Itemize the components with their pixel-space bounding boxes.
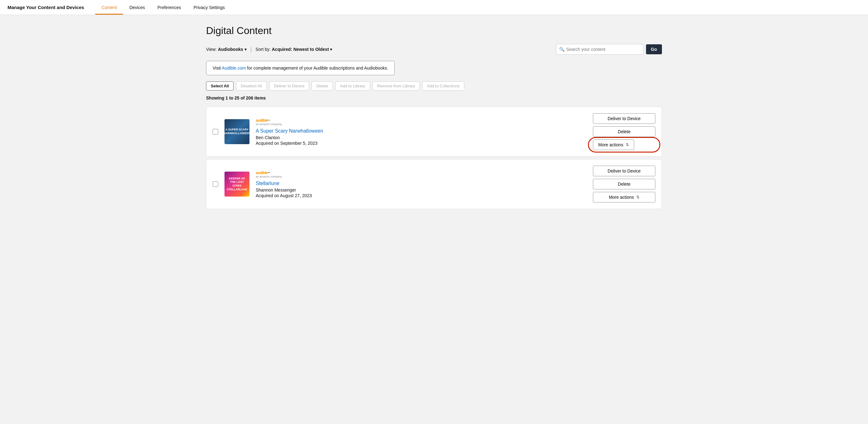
item-info-2: audible~ an amazon company Stellarlune S… bbox=[256, 170, 593, 198]
delete-bulk-button[interactable]: Delete bbox=[312, 81, 333, 91]
item-title-1[interactable]: A Super Scary Narwhalloween bbox=[256, 128, 593, 134]
item-checkbox-1[interactable] bbox=[213, 129, 218, 134]
bulk-actions: Select All Deselect All Deliver to Devic… bbox=[206, 81, 662, 91]
nav-tab-privacy[interactable]: Privacy Settings bbox=[187, 0, 231, 15]
page-title: Digital Content bbox=[206, 25, 662, 36]
deliver-to-device-bulk-button[interactable]: Deliver to Device bbox=[269, 81, 309, 91]
table-row: A SUPER SCARY NARWHALLOWEEN audible~ an … bbox=[206, 107, 662, 157]
audible-logo-2: audible~ an amazon company bbox=[256, 170, 593, 178]
sort-filter[interactable]: Sort by: Acquired: Newest to Oldest ▾ bbox=[255, 47, 332, 52]
filter-divider: | bbox=[250, 46, 252, 53]
remove-from-library-button[interactable]: Remove from Library bbox=[372, 81, 420, 91]
deselect-all-button[interactable]: Deselect All bbox=[236, 81, 267, 91]
audible-link[interactable]: Audible.com bbox=[222, 66, 246, 70]
delete-button-2[interactable]: Delete bbox=[593, 179, 655, 189]
filter-row: View: Audiobooks ▾ | Sort by: Acquired: … bbox=[206, 44, 662, 55]
search-input-wrapper: 🔍 bbox=[556, 44, 644, 55]
more-actions-button-2[interactable]: More actions ⇅ bbox=[593, 192, 655, 202]
add-to-library-button[interactable]: Add to Library bbox=[335, 81, 370, 91]
chevron-updown-icon: ⇅ bbox=[626, 142, 629, 147]
item-info-1: audible~ an amazon company A Super Scary… bbox=[256, 118, 593, 146]
more-actions-highlight: More actions ⇅ bbox=[593, 139, 655, 150]
top-nav: Manage Your Content and Devices Content … bbox=[0, 0, 868, 15]
main-content: Digital Content View: Audiobooks ▾ | Sor… bbox=[194, 15, 674, 222]
more-actions-button-1[interactable]: More actions ⇅ bbox=[593, 139, 634, 150]
item-actions-1: Deliver to Device Delete More actions ⇅ bbox=[593, 113, 655, 150]
item-checkbox-2[interactable] bbox=[213, 181, 218, 187]
search-icon: 🔍 bbox=[559, 47, 564, 52]
showing-text: Showing 1 to 25 of 206 items bbox=[206, 95, 662, 100]
nav-brand: Manage Your Content and Devices bbox=[7, 5, 84, 10]
add-to-collections-button[interactable]: Add to Collections bbox=[422, 81, 464, 91]
nav-tab-preferences[interactable]: Preferences bbox=[151, 0, 187, 15]
item-acquired-1: Acquired on September 5, 2023 bbox=[256, 141, 593, 146]
item-author-1: Ben Clanton bbox=[256, 135, 593, 140]
item-author-2: Shannon Messenger bbox=[256, 188, 593, 193]
chevron-updown-icon-2: ⇅ bbox=[636, 195, 640, 199]
audible-notice: Visit Audible.com for complete managemen… bbox=[206, 61, 395, 75]
item-actions-2: Deliver to Device Delete More actions ⇅ bbox=[593, 166, 655, 202]
item-cover-text-2: KEEPER OF THE LOST CITIES STELLARLUNE bbox=[224, 176, 249, 193]
item-title-2[interactable]: Stellarlune bbox=[256, 181, 593, 186]
item-cover-text-1: A SUPER SCARY NARWHALLOWEEN bbox=[224, 127, 249, 136]
deliver-to-device-2[interactable]: Deliver to Device bbox=[593, 166, 655, 176]
nav-tab-content[interactable]: Content bbox=[95, 0, 123, 15]
view-filter[interactable]: View: Audiobooks ▾ bbox=[206, 47, 247, 52]
content-list: A SUPER SCARY NARWHALLOWEEN audible~ an … bbox=[206, 107, 662, 211]
item-acquired-2: Acquired on August 27, 2023 bbox=[256, 193, 593, 198]
delete-button-1[interactable]: Delete bbox=[593, 126, 655, 137]
filter-left: View: Audiobooks ▾ | Sort by: Acquired: … bbox=[206, 46, 332, 53]
select-all-button[interactable]: Select All bbox=[206, 81, 234, 91]
item-cover-1: A SUPER SCARY NARWHALLOWEEN bbox=[224, 119, 249, 144]
audible-logo-1: audible~ an amazon company bbox=[256, 118, 593, 126]
search-input[interactable] bbox=[556, 44, 644, 55]
nav-tabs: Content Devices Preferences Privacy Sett… bbox=[95, 0, 231, 15]
go-button[interactable]: Go bbox=[646, 44, 662, 54]
deliver-to-device-1[interactable]: Deliver to Device bbox=[593, 113, 655, 124]
table-row: KEEPER OF THE LOST CITIES STELLARLUNE au… bbox=[206, 159, 662, 209]
search-area: 🔍 Go bbox=[556, 44, 662, 55]
nav-tab-devices[interactable]: Devices bbox=[123, 0, 151, 15]
item-cover-2: KEEPER OF THE LOST CITIES STELLARLUNE bbox=[224, 172, 249, 197]
